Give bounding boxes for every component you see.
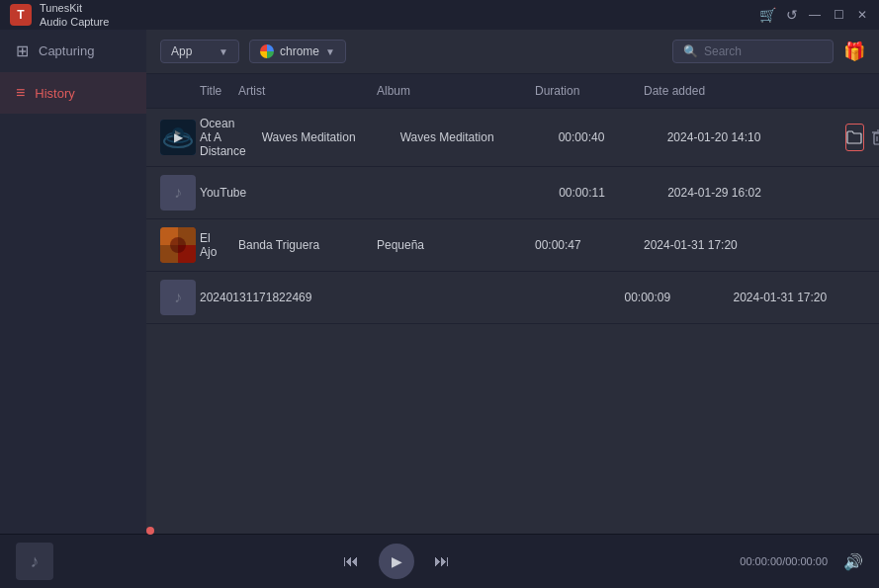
search-input[interactable]: [704, 44, 823, 58]
content-area: App ▼ chrome ▼ 🔍 🎁 Title Artist Album: [146, 30, 879, 534]
table-row: ♪ 20240131171822469 00:00:09 2024-01-31 …: [146, 272, 879, 324]
app-logo: T: [10, 4, 32, 26]
table-row: Ocean At A Distance Waves Meditation Wav…: [146, 109, 879, 167]
main-layout: ⊞ Capturing ≡ History App ▼ chrome ▼ 🔍: [0, 30, 879, 534]
table-row: El Ajo Banda Triguera Pequeña 00:00:47 2…: [146, 219, 879, 272]
app-dropdown-label: App: [171, 44, 192, 58]
capturing-icon: ⊞: [16, 42, 29, 60]
row3-date: 2024-01-31 17:20: [636, 230, 814, 260]
row4-thumb-cell: ♪: [152, 272, 192, 323]
svg-rect-0: [160, 120, 196, 155]
row2-duration: 00:00:11: [551, 178, 659, 208]
row2-thumb-cell: ♪: [152, 167, 192, 218]
play-pause-button[interactable]: ▶: [379, 544, 414, 579]
row4-thumbnail: ♪: [160, 280, 196, 315]
svg-point-13: [170, 237, 186, 253]
app-dropdown[interactable]: App ▼: [160, 40, 239, 63]
row4-date: 2024-01-31 17:20: [725, 283, 879, 312]
sidebar-item-history-label: History: [35, 86, 74, 101]
row2-date: 2024-01-29 16:02: [659, 178, 837, 208]
chrome-dropdown-chevron: ▼: [325, 46, 335, 57]
chrome-icon: [260, 44, 274, 58]
rotate-icon[interactable]: ↺: [786, 7, 798, 23]
row2-title: YouTube: [192, 178, 254, 208]
col-header-album: Album: [369, 74, 527, 108]
svg-rect-5: [874, 133, 879, 144]
table-container: Title Artist Album Duration Date added: [146, 74, 879, 534]
row1-duration: 00:00:40: [551, 123, 659, 152]
row1-title: Ocean At A Distance: [200, 117, 246, 158]
title-bar: T TunesKit Audio Capture 🛒 ↺ — ☐ ✕: [0, 0, 879, 30]
play-icon: ▶: [392, 553, 402, 569]
svg-marker-4: [175, 130, 181, 136]
row2-actions: [837, 185, 879, 201]
sidebar-item-capturing-label: Capturing: [39, 43, 94, 58]
gift-icon[interactable]: 🎁: [843, 41, 865, 62]
row4-title: 20240131171822469: [192, 283, 319, 312]
title-bar-controls: 🛒 ↺ — ☐ ✕: [759, 7, 869, 23]
minimize-button[interactable]: —: [808, 8, 822, 22]
close-button[interactable]: ✕: [855, 8, 869, 22]
player-controls: ⏮ ▶ ⏭: [343, 544, 450, 579]
svg-point-1: [164, 135, 192, 147]
row3-duration: 00:00:47: [527, 230, 636, 260]
row3-actions: [814, 237, 873, 253]
title-bar-left: T TunesKit Audio Capture: [10, 1, 109, 30]
chrome-dropdown-label: chrome: [280, 44, 319, 58]
search-icon: 🔍: [683, 44, 698, 58]
col-header-date: Date added: [636, 74, 814, 108]
toolbar: App ▼ chrome ▼ 🔍 🎁: [146, 30, 879, 74]
row4-duration: 00:00:09: [616, 283, 725, 312]
sidebar-item-capturing[interactable]: ⊞ Capturing: [0, 30, 146, 72]
row1-title-cell: Ocean At A Distance: [192, 109, 254, 166]
folder-icon: [846, 130, 862, 144]
col-header-thumb: [152, 74, 192, 108]
row1-album: Waves Meditation: [393, 123, 551, 152]
next-track-button[interactable]: ⏭: [434, 552, 450, 570]
chrome-dropdown[interactable]: chrome ▼: [249, 40, 346, 63]
player-bar: ♪ ⏮ ▶ ⏭ 00:00:00/00:00:00 🔊: [0, 534, 879, 588]
music-note-icon: ♪: [174, 289, 182, 306]
player-album-thumbnail: ♪: [16, 543, 53, 580]
table-header: Title Artist Album Duration Date added: [146, 74, 879, 109]
open-folder-button[interactable]: [845, 124, 864, 151]
player-time-display: 00:00:00/00:00:00: [740, 555, 828, 567]
row4-artist: [319, 290, 458, 305]
prev-track-button[interactable]: ⏮: [343, 552, 359, 570]
col-header-artist: Artist: [230, 74, 369, 108]
maximize-button[interactable]: ☐: [832, 8, 845, 22]
player-music-icon: ♪: [31, 551, 40, 572]
row3-thumb-cell: [152, 219, 192, 271]
row2-album: [393, 185, 551, 201]
row3-title: El Ajo: [192, 223, 230, 267]
svg-point-3: [172, 127, 184, 139]
trash-icon: [872, 129, 879, 145]
row1-actions: [837, 116, 879, 159]
delete-button[interactable]: [870, 124, 879, 151]
sidebar-item-history[interactable]: ≡ History: [0, 72, 146, 114]
volume-icon[interactable]: 🔊: [843, 552, 863, 571]
elajo-thumb-svg: [160, 227, 196, 263]
progress-dot: [146, 527, 154, 535]
svg-point-2: [166, 132, 190, 142]
row3-thumbnail: [160, 227, 196, 263]
row1-action-buttons: [845, 124, 879, 151]
col-header-duration: Duration: [527, 74, 636, 108]
row1-artist: Waves Meditation: [254, 123, 393, 152]
ocean-thumb-svg: [160, 120, 196, 155]
app-name: TunesKit Audio Capture: [40, 1, 109, 30]
row1-thumbnail: [160, 120, 196, 155]
table-row: ♪ YouTube 00:00:11 2024-01-29 16:02: [146, 167, 879, 219]
row2-artist: [254, 185, 393, 201]
row3-album: Pequeña: [369, 230, 527, 260]
history-icon: ≡: [16, 84, 25, 102]
row4-album: [458, 290, 616, 305]
search-box[interactable]: 🔍: [672, 40, 834, 63]
row1-thumb-cell: [152, 112, 192, 163]
row1-date: 2024-01-20 14:10: [659, 123, 837, 152]
sidebar: ⊞ Capturing ≡ History: [0, 30, 146, 534]
app-dropdown-chevron: ▼: [219, 46, 228, 57]
row3-artist: Banda Triguera: [230, 230, 369, 260]
cart-icon[interactable]: 🛒: [759, 7, 776, 23]
music-note-icon: ♪: [174, 184, 182, 202]
